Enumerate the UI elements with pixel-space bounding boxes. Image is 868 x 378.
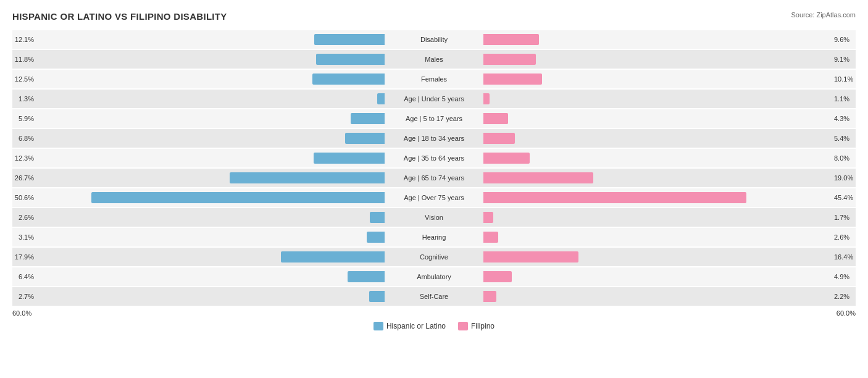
center-label: Age | Under 5 years [385,95,483,103]
left-side: 26.7% [12,169,385,187]
bar-inner: 17.9% Cognitive 16.4% [12,248,856,266]
right-bar-wrap [483,251,831,262]
right-side: 45.4% [483,188,856,207]
bar-inner: 26.7% Age | 65 to 74 years 19.0% [12,169,856,187]
center-label: Age | 18 to 34 years [385,135,483,142]
right-side: 4.9% [483,267,856,286]
left-bar-wrap [37,271,385,282]
bar-inner: 6.4% Ambulatory 4.9% [12,267,856,286]
left-value: 11.8% [12,56,34,63]
right-side: 19.0% [483,169,856,187]
left-side: 11.8% [12,50,385,69]
left-value: 2.7% [12,293,34,300]
legend-item-filipino: Filipino [458,322,495,330]
chart-source: Source: ZipAtlas.com [791,11,856,19]
left-value: 12.5% [12,75,34,83]
right-bar-wrap [483,172,831,183]
right-side: 4.3% [483,109,856,128]
left-bar-wrap [37,153,385,164]
right-bar-wrap [483,74,831,85]
axis-left: 60.0% [12,309,385,317]
bar-row: 26.7% Age | 65 to 74 years 19.0% [12,169,856,187]
bar-inner: 50.6% Age | Over 75 years 45.4% [12,188,856,207]
legend-label-hispanic: Hispanic or Latino [386,322,446,330]
bar-row: 17.9% Cognitive 16.4% [12,248,856,266]
bar-inner: 12.1% Disability 9.6% [12,30,856,49]
left-bar-wrap [37,34,385,45]
right-side: 5.4% [483,129,856,148]
center-label: Self-Care [385,293,483,300]
right-value: 1.7% [834,214,856,221]
left-value: 5.9% [12,115,34,122]
right-side: 9.1% [483,50,856,69]
center-label: Age | 5 to 17 years [385,115,483,122]
left-value: 50.6% [12,194,34,201]
right-bar [483,192,746,203]
bar-row: 3.1% Hearing 2.6% [12,228,856,246]
left-value: 6.4% [12,273,34,280]
left-side: 12.5% [12,70,385,88]
left-side: 6.8% [12,129,385,148]
right-bar [483,172,593,183]
left-bar [370,212,385,223]
center-label: Vision [385,214,483,221]
right-side: 16.4% [483,248,856,266]
axis-right-label: 60.0% [837,309,856,317]
right-side: 2.2% [483,287,856,306]
center-label: Age | 35 to 64 years [385,154,483,162]
bar-inner: 5.9% Age | 5 to 17 years 4.3% [12,109,856,128]
left-side: 3.1% [12,228,385,246]
right-bar [483,54,536,65]
bar-inner: 12.5% Females 10.1% [12,70,856,88]
right-value: 16.4% [834,253,856,261]
right-side: 1.1% [483,90,856,108]
bar-inner: 3.1% Hearing 2.6% [12,228,856,246]
left-bar-wrap [37,133,385,144]
left-bar-wrap [37,232,385,243]
right-bar [483,93,490,104]
center-label: Hearing [385,233,483,241]
right-value: 9.1% [834,56,856,63]
bar-row: 6.4% Ambulatory 4.9% [12,267,856,286]
left-bar [367,232,385,243]
left-bar [316,54,385,65]
legend-row: Hispanic or Latino Filipino [12,322,856,330]
left-bar-wrap [37,93,385,104]
right-side: 9.6% [483,30,856,49]
right-bar [483,212,493,223]
left-bar-wrap [37,192,385,203]
left-bar [230,172,385,183]
center-label: Cognitive [385,253,483,261]
right-bar-wrap [483,192,831,203]
right-side: 2.6% [483,228,856,246]
right-bar-wrap [483,113,831,124]
right-bar [483,113,508,124]
right-bar-wrap [483,271,831,282]
bar-row: 1.3% Age | Under 5 years 1.1% [12,90,856,108]
right-bar [483,34,539,45]
left-bar-wrap [37,172,385,183]
right-value: 8.0% [834,154,856,162]
bar-row: 11.8% Males 9.1% [12,50,856,69]
right-value: 2.2% [834,293,856,300]
bar-inner: 6.8% Age | 18 to 34 years 5.4% [12,129,856,148]
legend-box-filipino [458,322,468,330]
right-bar-wrap [483,291,831,302]
center-label: Females [385,75,483,83]
left-value: 26.7% [12,174,34,182]
chart-container: HISPANIC OR LATINO VS FILIPINO DISABILIT… [0,0,868,343]
left-side: 50.6% [12,188,385,207]
bar-inner: 11.8% Males 9.1% [12,50,856,69]
right-bar-wrap [483,232,831,243]
left-side: 6.4% [12,267,385,286]
bar-row: 12.5% Females 10.1% [12,70,856,88]
left-bar-wrap [37,74,385,85]
right-value: 45.4% [834,194,856,201]
left-value: 2.6% [12,214,34,221]
left-side: 5.9% [12,109,385,128]
left-value: 12.1% [12,36,34,43]
right-bar [483,251,578,262]
right-side: 8.0% [483,149,856,167]
bar-row: 2.6% Vision 1.7% [12,208,856,227]
right-value: 10.1% [834,75,856,83]
